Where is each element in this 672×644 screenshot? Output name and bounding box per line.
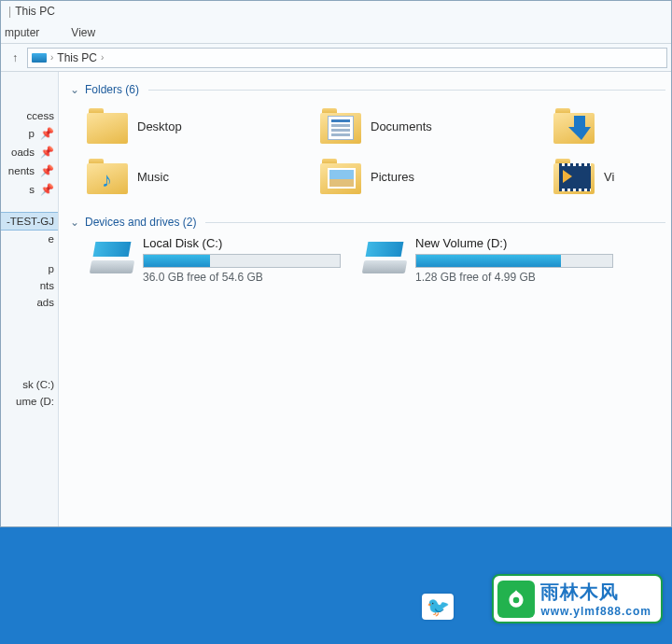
watermark-url: www.ylmf888.com (540, 605, 651, 618)
drive-new-volume-d[interactable]: New Volume (D:) 1.28 GB free of 4.99 GB (363, 236, 615, 284)
group-header-drives[interactable]: ⌄ Devices and drives (2) (70, 216, 665, 229)
twitter-badge: 🐦 (422, 594, 454, 620)
divider (148, 90, 665, 91)
folders-grid: Desktop Documents (87, 104, 665, 199)
documents-icon (320, 108, 361, 144)
group-title: Devices and drives (2) (85, 216, 196, 229)
ribbon-tabs: mputer View (1, 21, 671, 44)
folder-label: Pictures (371, 170, 414, 184)
nav-item[interactable]: p (1, 260, 58, 277)
watermark-logo-icon (497, 581, 535, 618)
divider (205, 222, 665, 223)
content-pane: ⌄ Folders (6) Desktop Documents (59, 72, 671, 526)
folder-label: Vi (604, 170, 614, 184)
pin-icon: 📌 (40, 127, 54, 140)
watermark-badge: 雨林木风 www.ylmf888.com (492, 574, 663, 623)
pin-icon: 📌 (40, 183, 54, 196)
address-row: ↑ › This PC › (1, 44, 671, 72)
breadcrumb-this-pc[interactable]: This PC (57, 51, 97, 64)
drives-row: Local Disk (C:) 36.0 GB free of 54.6 GB … (91, 236, 665, 284)
breadcrumb-sep-icon: › (101, 52, 104, 63)
nav-label: -TEST-GJ (7, 216, 54, 227)
drive-icon (363, 236, 406, 273)
nav-item[interactable]: nts (1, 277, 58, 294)
pin-icon: 📌 (40, 164, 54, 177)
window-title: This PC (15, 5, 55, 18)
nav-label: p (29, 128, 35, 139)
body-split: ccess p📌 oads📌 nents📌 s📌 -TEST-GJ e p nt… (1, 72, 671, 526)
drive-usage-bar (415, 254, 613, 268)
nav-item-desktop[interactable]: p📌 (1, 124, 58, 143)
folder-desktop[interactable]: Desktop (87, 104, 320, 148)
address-bar[interactable]: › This PC › (27, 48, 667, 68)
this-pc-icon (32, 53, 47, 63)
downloads-icon (553, 108, 595, 144)
drive-icon (91, 236, 133, 273)
folder-icon (87, 108, 128, 144)
nav-item-disk-c[interactable]: sk (C:) (1, 376, 58, 393)
drive-info: Local Disk (C:) 36.0 GB free of 54.6 GB (143, 236, 343, 284)
folder-documents[interactable]: Documents (320, 104, 553, 148)
videos-icon (553, 159, 595, 194)
watermark-title: 雨林木风 (540, 580, 651, 605)
nav-label: e (49, 233, 54, 245)
tab-view[interactable]: View (67, 24, 99, 41)
music-icon: ♪ (87, 159, 128, 194)
folder-label: Music (137, 170, 169, 184)
title-bar: | This PC (1, 1, 671, 21)
chevron-down-icon: ⌄ (70, 216, 79, 229)
chevron-down-icon: ⌄ (70, 83, 79, 96)
drive-free-text: 1.28 GB free of 4.99 GB (415, 271, 615, 284)
breadcrumb-sep-icon: › (50, 52, 53, 63)
navigation-pane[interactable]: ccess p📌 oads📌 nents📌 s📌 -TEST-GJ e p nt… (1, 72, 59, 526)
drive-usage-bar (143, 254, 341, 268)
nav-label: nents (8, 165, 35, 176)
folder-videos[interactable]: Vi (553, 154, 665, 199)
explorer-window: | This PC mputer View ↑ › This PC › cces… (0, 0, 672, 527)
nav-label: sk (C:) (22, 379, 54, 390)
drive-free-text: 36.0 GB free of 54.6 GB (143, 271, 343, 284)
nav-label: s (29, 184, 35, 195)
nav-label: p (49, 263, 54, 274)
folder-pictures[interactable]: Pictures (320, 154, 553, 199)
nav-label: ccess (27, 110, 54, 121)
nav-label: ads (36, 297, 54, 308)
svg-point-0 (513, 596, 520, 603)
drive-usage-fill (416, 255, 561, 267)
nav-item-volume-d[interactable]: ume (D: (1, 393, 58, 410)
pin-icon: 📌 (40, 146, 54, 159)
group-header-folders[interactable]: ⌄ Folders (6) (70, 83, 665, 96)
nav-label: oads (11, 147, 35, 158)
drive-local-c[interactable]: Local Disk (C:) 36.0 GB free of 54.6 GB (91, 236, 343, 284)
nav-item[interactable]: ads (1, 294, 58, 311)
drive-usage-fill (144, 255, 210, 267)
nav-up-button[interactable]: ↑ (5, 48, 25, 68)
nav-item-pictures[interactable]: s📌 (1, 180, 58, 199)
folder-label: Documents (371, 119, 432, 133)
nav-label: ume (D: (16, 396, 54, 407)
nav-item-downloads[interactable]: oads📌 (1, 143, 58, 161)
folder-label: Desktop (137, 119, 182, 133)
arrow-up-icon: ↑ (12, 51, 18, 64)
nav-label: nts (40, 280, 54, 291)
drive-info: New Volume (D:) 1.28 GB free of 4.99 GB (415, 236, 615, 284)
nav-item-computer-selected[interactable]: -TEST-GJ (1, 212, 58, 231)
group-title: Folders (6) (85, 83, 139, 96)
folder-music[interactable]: ♪ Music (87, 154, 320, 199)
bird-icon: 🐦 (427, 595, 450, 618)
drive-name: New Volume (D:) (415, 236, 615, 250)
tab-computer[interactable]: mputer (1, 24, 43, 41)
nav-item-documents[interactable]: nents📌 (1, 161, 58, 180)
nav-item[interactable]: e (1, 231, 58, 247)
folder-downloads[interactable] (553, 104, 665, 148)
nav-item-quick-access[interactable]: ccess (1, 107, 58, 124)
title-separator: | (8, 5, 11, 18)
pictures-icon (320, 159, 361, 194)
drive-name: Local Disk (C:) (143, 236, 343, 250)
